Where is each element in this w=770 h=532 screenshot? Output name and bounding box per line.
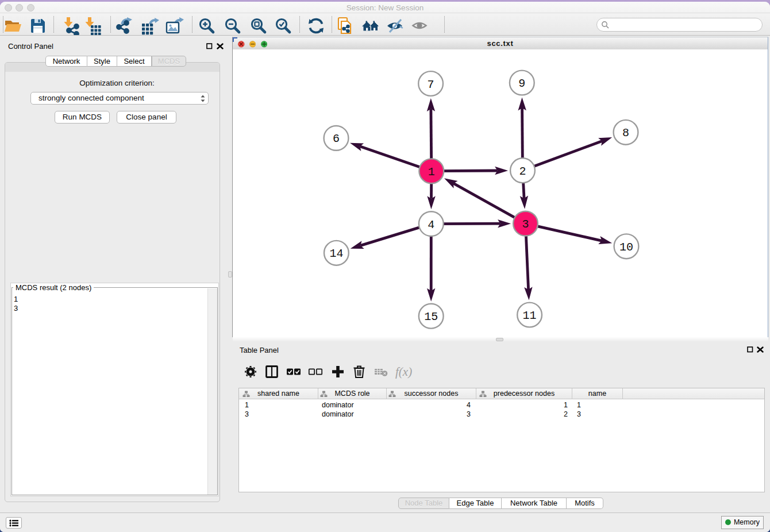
svg-text:14: 14: [329, 247, 343, 260]
svg-text:11: 11: [523, 309, 537, 322]
svg-text:2: 2: [519, 165, 526, 178]
svg-text:10: 10: [619, 241, 633, 254]
svg-text:1: 1: [428, 165, 435, 179]
svg-text:9: 9: [518, 77, 525, 90]
svg-text:8: 8: [622, 126, 629, 140]
svg-text:4: 4: [428, 218, 434, 232]
svg-text:6: 6: [333, 132, 340, 145]
svg-text:7: 7: [428, 78, 434, 91]
svg-text:3: 3: [522, 218, 529, 231]
svg-text:15: 15: [424, 310, 438, 323]
